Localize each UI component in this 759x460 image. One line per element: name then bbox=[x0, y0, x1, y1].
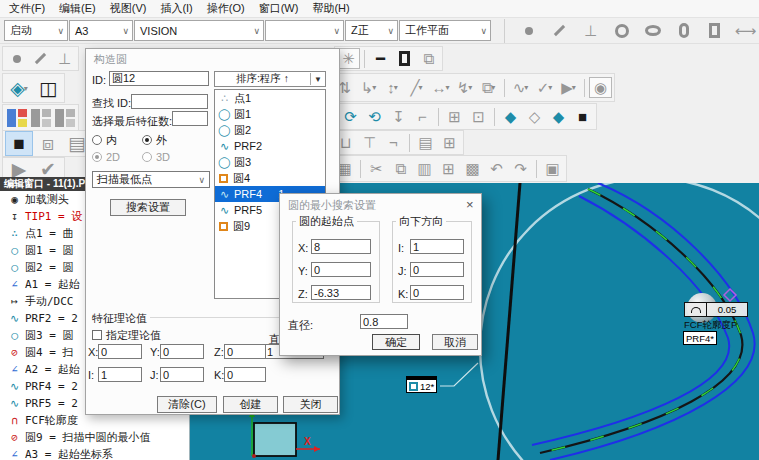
undo-icon[interactable]: ↶ bbox=[485, 158, 508, 179]
cube-highlight-icon[interactable]: ◆ bbox=[499, 106, 522, 127]
pattern-icon[interactable]: ✳ bbox=[337, 48, 360, 69]
print-icon[interactable]: ▣ bbox=[541, 158, 564, 179]
copy-pattern-icon[interactable]: ⧉▾ bbox=[477, 77, 500, 98]
angle-flag-icon[interactable]: ⌐ bbox=[411, 106, 434, 127]
save-layout-icon[interactable]: ⧉ bbox=[417, 48, 440, 69]
start-z-input[interactable] bbox=[311, 285, 371, 300]
z-input[interactable] bbox=[224, 344, 266, 359]
list-item-圆4[interactable]: 圆4 bbox=[215, 170, 325, 186]
combo-view-direction[interactable]: Z正∨ bbox=[345, 20, 398, 41]
transform-icon[interactable]: ↯▾ bbox=[453, 77, 476, 98]
radio-inner[interactable]: 内 bbox=[92, 133, 117, 148]
cube-transform-icon[interactable]: ◇ bbox=[523, 106, 546, 127]
ellipse-feature-icon[interactable] bbox=[641, 20, 664, 41]
list-item-PRF2[interactable]: ∿PRF2 bbox=[215, 138, 325, 154]
method-dropdown[interactable]: 扫描最低点 ∨ bbox=[92, 171, 210, 188]
point-feature-icon[interactable] bbox=[517, 20, 540, 41]
chevron-down-icon[interactable]: ∨ bbox=[480, 26, 487, 36]
close-button[interactable]: 关闭 bbox=[283, 396, 338, 413]
square-slot-icon[interactable] bbox=[703, 20, 726, 41]
chevron-down-icon[interactable]: ∨ bbox=[253, 26, 260, 36]
combo-probe[interactable]: VISION∨ bbox=[134, 20, 264, 41]
cube-settings-icon[interactable]: ◆ bbox=[547, 106, 570, 127]
chevron-down-icon[interactable]: ∨ bbox=[57, 26, 64, 36]
point-small-icon[interactable] bbox=[5, 48, 28, 69]
cancel-button[interactable]: 取消 bbox=[432, 334, 478, 350]
menu-item-6[interactable]: 帮助(H) bbox=[305, 0, 356, 17]
list-item-圆2[interactable]: ◯圆2 bbox=[215, 122, 325, 138]
radio-outer[interactable]: 外 bbox=[142, 133, 167, 148]
close-icon[interactable]: × bbox=[466, 198, 474, 211]
cut-icon[interactable]: ✂ bbox=[365, 158, 388, 179]
window-target-icon[interactable]: ⊡ bbox=[467, 106, 490, 127]
diameter-input[interactable] bbox=[360, 314, 408, 329]
checkbox-box[interactable] bbox=[92, 330, 102, 340]
prf4-annotation[interactable]: PRF4* bbox=[683, 331, 717, 345]
list-item-圆3[interactable]: ◯圆3 bbox=[215, 154, 325, 170]
ok-button[interactable]: 确定 bbox=[372, 334, 420, 350]
chevron-down-icon[interactable]: ∨ bbox=[122, 26, 129, 36]
wireframe-cube-icon[interactable]: ◫ bbox=[34, 76, 62, 101]
page-add-icon[interactable]: ▤ bbox=[414, 132, 437, 153]
assign-theoretical-checkbox[interactable]: 指定理论值 bbox=[92, 328, 161, 343]
grid-settings-icon[interactable]: ⊞ bbox=[437, 158, 460, 179]
create-button[interactable]: 创建 bbox=[223, 396, 278, 413]
fcf-tolerance-frame[interactable]: 0.05 bbox=[684, 302, 748, 317]
dir-k-input[interactable] bbox=[410, 285, 464, 300]
sort-dropdown-icon[interactable]: ▼ bbox=[311, 75, 325, 84]
paste-icon[interactable]: ▥ bbox=[413, 158, 436, 179]
menu-item-4[interactable]: 操作(O) bbox=[200, 0, 252, 17]
profile-line-icon[interactable]: ━ bbox=[369, 48, 392, 69]
rectangle-icon[interactable] bbox=[393, 48, 416, 69]
verify-icon[interactable]: ✓▾ bbox=[533, 77, 556, 98]
feature-jump-icon[interactable]: ↳▾ bbox=[357, 77, 380, 98]
path-curve-icon[interactable]: ∿▾ bbox=[509, 77, 532, 98]
cube-view-icon[interactable]: ■ bbox=[571, 106, 594, 127]
menu-item-0[interactable]: 文件(F) bbox=[2, 0, 52, 17]
find-id-input[interactable] bbox=[131, 94, 208, 109]
tree-item-15[interactable]: ∠A3 = 起始坐标系 bbox=[0, 446, 189, 460]
list-item-圆1[interactable]: ◯圆1 bbox=[215, 106, 325, 122]
vector-small-icon[interactable]: ⊥ bbox=[53, 48, 76, 69]
distance-tool-icon[interactable]: ↔▾ bbox=[429, 77, 452, 98]
cube-stack-icon[interactable]: ⧈ bbox=[34, 131, 62, 156]
combo-alignment[interactable]: A3∨ bbox=[69, 20, 133, 41]
layout-tiles-gray2-icon[interactable] bbox=[53, 107, 76, 128]
y-input[interactable] bbox=[160, 344, 204, 359]
radio-inner-circle[interactable] bbox=[92, 135, 102, 145]
menu-item-5[interactable]: 窗口(W) bbox=[252, 0, 306, 17]
list-item-点1[interactable]: ∴点1 bbox=[215, 90, 325, 106]
circle12-annotation[interactable]: 12* bbox=[406, 376, 437, 393]
redo-icon[interactable]: ↷ bbox=[509, 158, 532, 179]
search-settings-button[interactable]: 搜索设置 bbox=[110, 199, 186, 216]
solid-cube-icon[interactable]: ■ bbox=[5, 131, 33, 156]
start-y-input[interactable] bbox=[311, 262, 371, 277]
copy-icon[interactable]: ⧉ bbox=[389, 158, 412, 179]
x-input[interactable] bbox=[98, 344, 142, 359]
chevron-down-icon[interactable]: ∨ bbox=[333, 26, 340, 36]
move-axis-icon[interactable]: ↕▾ bbox=[381, 77, 404, 98]
layout-tiles-icon[interactable] bbox=[5, 107, 28, 128]
dir-j-input[interactable] bbox=[410, 262, 464, 277]
view-cube-arrow-icon[interactable]: ◈▾ bbox=[5, 76, 33, 101]
menu-item-2[interactable]: 视图(V) bbox=[103, 0, 154, 17]
start-x-input[interactable] bbox=[311, 239, 371, 254]
last-feature-input[interactable] bbox=[172, 111, 208, 126]
j-input[interactable] bbox=[160, 367, 204, 382]
combo-probe-file[interactable]: ∨ bbox=[265, 20, 344, 41]
hook-icon[interactable]: ¬ bbox=[382, 132, 405, 153]
clear-button[interactable]: 清除(C) bbox=[157, 396, 217, 413]
circle-feature-icon[interactable] bbox=[610, 20, 633, 41]
slot-feature-icon[interactable] bbox=[672, 20, 695, 41]
chevron-down-icon[interactable]: ∨ bbox=[387, 26, 394, 36]
line-tool-icon[interactable]: ╱▾ bbox=[405, 77, 428, 98]
line-small-icon[interactable] bbox=[29, 48, 52, 69]
rotate-cw-icon[interactable]: ⟳ bbox=[339, 106, 362, 127]
grid-cells-icon[interactable]: ▩ bbox=[461, 158, 484, 179]
window-plus-icon[interactable]: ⊞ bbox=[443, 106, 466, 127]
line-feature-icon[interactable] bbox=[548, 20, 571, 41]
box-add-icon[interactable]: ⊞ bbox=[438, 132, 461, 153]
radio-outer-circle[interactable] bbox=[142, 135, 152, 145]
camera-icon[interactable]: ◉ bbox=[589, 77, 612, 98]
combo-mode[interactable]: 启动∨ bbox=[4, 20, 68, 41]
